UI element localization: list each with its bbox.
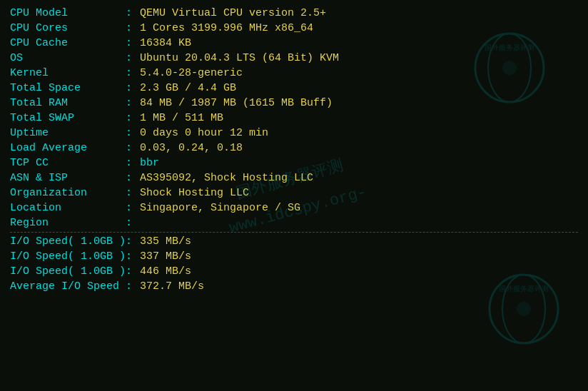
- table-row: Uptime:0 days 0 hour 12 min: [10, 126, 578, 141]
- svg-text:国外服务器评测: 国外服务器评测: [485, 44, 534, 51]
- row-value: [140, 215, 578, 230]
- table-row: Location:Singapore, Singapore / SG: [10, 200, 578, 215]
- io-row-label: I/O Speed( 1.0GB ): [10, 234, 126, 249]
- io-row-label: I/O Speed( 1.0GB ): [10, 264, 126, 279]
- io-row-label: I/O Speed( 1.0GB ): [10, 249, 126, 264]
- row-colon: :: [126, 21, 140, 36]
- row-value: 0.03, 0.24, 0.18: [140, 141, 578, 156]
- row-label: CPU Model: [10, 6, 126, 21]
- watermark-icon-top: 国外服务器评测: [470, 29, 549, 107]
- row-value: QEMU Virtual CPU version 2.5+: [140, 6, 578, 21]
- table-row: Total SWAP:1 MB / 511 MB: [10, 111, 578, 126]
- row-label: CPU Cache: [10, 36, 126, 51]
- svg-point-2: [502, 61, 517, 75]
- row-colon: :: [126, 156, 140, 171]
- row-label: Total Space: [10, 81, 126, 96]
- row-label: Total RAM: [10, 96, 126, 111]
- watermark-icon-bottom: 国外服务器评测: [485, 270, 563, 348]
- row-label: Total SWAP: [10, 111, 126, 126]
- row-label: OS: [10, 51, 126, 66]
- row-value: 0 days 0 hour 12 min: [140, 126, 578, 141]
- row-colon: :: [126, 96, 140, 111]
- row-label: Load Average: [10, 141, 126, 156]
- row-colon: :: [126, 36, 140, 51]
- row-value: Shock Hosting LLC: [140, 186, 578, 200]
- row-colon: :: [126, 66, 140, 81]
- row-colon: :: [126, 81, 140, 96]
- row-label: Kernel: [10, 66, 126, 81]
- table-row: Organization:Shock Hosting LLC: [10, 186, 578, 200]
- row-colon: :: [126, 200, 140, 215]
- io-row-label: Average I/O Speed: [10, 279, 126, 294]
- io-table-row: I/O Speed( 1.0GB ):337 MB/s: [10, 249, 578, 264]
- row-colon: :: [126, 6, 140, 21]
- row-label: Region: [10, 215, 126, 230]
- table-row: Region:: [10, 215, 578, 230]
- table-row: CPU Model:QEMU Virtual CPU version 2.5+: [10, 6, 578, 21]
- io-row-colon: :: [126, 264, 140, 279]
- io-row-value: 335 MB/s: [140, 234, 578, 249]
- row-value: AS395092, Shock Hosting LLC: [140, 171, 578, 186]
- row-label: CPU Cores: [10, 21, 126, 36]
- row-value: Singapore, Singapore / SG: [140, 200, 578, 215]
- row-value: 1 MB / 511 MB: [140, 111, 578, 126]
- row-colon: :: [126, 126, 140, 141]
- io-row-colon: :: [126, 234, 140, 249]
- row-colon: :: [126, 215, 140, 230]
- svg-point-6: [517, 302, 531, 316]
- row-label: Uptime: [10, 126, 126, 141]
- io-row-colon: :: [126, 279, 140, 294]
- row-label: Organization: [10, 186, 126, 200]
- row-label: ASN & ISP: [10, 171, 126, 186]
- row-colon: :: [126, 186, 140, 200]
- row-label: TCP CC: [10, 156, 126, 171]
- table-row: TCP CC:bbr: [10, 156, 578, 171]
- row-colon: :: [126, 111, 140, 126]
- io-row-value: 337 MB/s: [140, 249, 578, 264]
- table-row: Load Average:0.03, 0.24, 0.18: [10, 141, 578, 156]
- row-colon: :: [126, 141, 140, 156]
- io-table-row: I/O Speed( 1.0GB ):335 MB/s: [10, 234, 578, 249]
- svg-text:国外服务器评测: 国外服务器评测: [499, 285, 549, 293]
- row-colon: :: [126, 51, 140, 66]
- row-label: Location: [10, 200, 126, 215]
- section-divider: [10, 232, 578, 233]
- row-value: bbr: [140, 156, 578, 171]
- table-row: ASN & ISP:AS395092, Shock Hosting LLC: [10, 171, 578, 186]
- row-colon: :: [126, 171, 140, 186]
- io-row-colon: :: [126, 249, 140, 264]
